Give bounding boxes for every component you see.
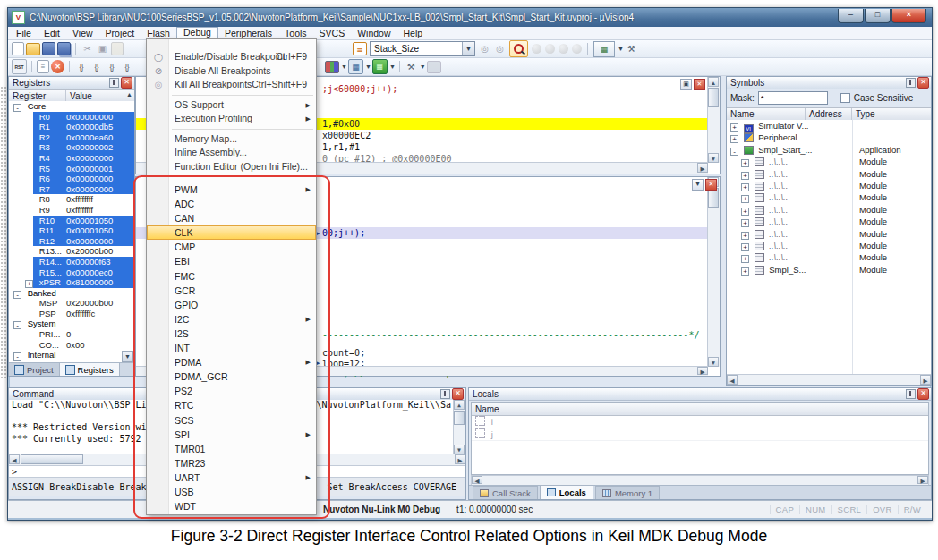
symbol-row[interactable]: + Peripheral ...	[727, 132, 931, 143]
register-row[interactable]: CO... 0x00	[9, 340, 134, 351]
scroll-down-icon[interactable]: ▼	[708, 357, 719, 367]
pin-icon[interactable]	[440, 389, 450, 399]
copy-icon[interactable]	[96, 42, 109, 55]
scrollbar-thumb[interactable]	[708, 88, 719, 107]
register-row[interactable]: - Banked	[9, 288, 134, 299]
tree-expander-icon[interactable]: +	[741, 255, 749, 263]
menubar-item[interactable]: File	[10, 28, 38, 39]
analysis-windows-icon[interactable]	[325, 61, 339, 73]
debug-menu-item[interactable]: Disable All Breakpoints	[147, 64, 316, 79]
titlebar[interactable]: V C:\Nuvoton\BSP Library\NUC100SeriesBSP…	[8, 8, 932, 27]
open-folder-icon[interactable]	[26, 43, 40, 55]
register-row[interactable]: - Internal	[9, 350, 134, 361]
tree-expander-icon[interactable]: +	[741, 232, 749, 240]
scroll-right-icon[interactable]: ▶	[917, 476, 928, 484]
save-icon[interactable]	[42, 42, 55, 55]
register-row[interactable]: R3 0x00000002	[9, 142, 134, 153]
menubar-item[interactable]: Help	[397, 28, 430, 39]
restore-button[interactable]: □	[865, 9, 891, 23]
menubar-item[interactable]: SVCS	[313, 28, 352, 39]
peripheral-menu-item[interactable]: EBI	[147, 254, 316, 268]
register-row[interactable]: R9 0xffffffff	[9, 205, 134, 216]
tree-expander-icon[interactable]: +	[741, 243, 749, 251]
symbol-row[interactable]: + ..\..\.. Module	[727, 180, 931, 191]
run-to-cursor-icon[interactable]	[120, 60, 133, 73]
zoom-red-magnifier-icon[interactable]	[509, 40, 528, 57]
minimize-button[interactable]: –	[838, 9, 864, 23]
register-row[interactable]: R10 0x00001050	[9, 216, 134, 226]
menubar-item[interactable]: Flash	[141, 28, 176, 39]
symbol-row[interactable]: + ..\..\.. Module	[727, 240, 931, 251]
peripheral-menu-item[interactable]: WDT	[147, 499, 316, 513]
register-row[interactable]: - Core	[9, 101, 134, 112]
tree-expander-icon[interactable]: +	[730, 135, 738, 143]
register-row[interactable]: R13... 0x20000b00	[9, 246, 134, 257]
scroll-right-icon[interactable]: ▶	[455, 454, 465, 464]
chevron-down-icon[interactable]: ▼	[618, 46, 624, 52]
reset-icon[interactable]	[12, 59, 27, 74]
peripheral-menu-item[interactable]: INT	[147, 341, 316, 355]
peripheral-menu-item[interactable]: I2C ▶	[147, 312, 316, 327]
peripheral-menu-item[interactable]: PWM ▶	[147, 182, 316, 197]
debug-menu-item[interactable]: Enable/Disable Breakpoint Ctrl+F9	[147, 50, 316, 64]
peripheral-menu-item[interactable]: GPIO	[147, 298, 316, 312]
memory-windows-icon[interactable]	[348, 59, 363, 74]
register-row[interactable]: R1 0x00000db5	[9, 122, 134, 132]
save-all-icon[interactable]	[57, 42, 71, 55]
symbol-row[interactable]: + Simulator V...	[727, 120, 931, 132]
tree-expander-icon[interactable]: -	[13, 352, 21, 361]
step-into-icon[interactable]	[74, 60, 88, 73]
menubar-item[interactable]: Edit	[38, 28, 66, 39]
register-row[interactable]: R6 0x00000000	[9, 174, 134, 184]
debug-menu-item[interactable]: OS Support ▶	[147, 98, 316, 113]
stack-size-combo[interactable]: Stack_Size ▼	[370, 41, 475, 56]
debug-menu-item[interactable]	[147, 126, 316, 132]
scroll-down-icon[interactable]: ▼	[708, 153, 719, 163]
debug-menu-item[interactable]	[147, 92, 316, 98]
register-row[interactable]: R15... 0x00000ec0	[9, 267, 134, 278]
chevron-down-icon[interactable]: ▼	[420, 64, 426, 70]
menubar-item[interactable]: Project	[99, 28, 141, 39]
symbol-row[interactable]: + ..\..\.. Module	[727, 168, 931, 180]
debug-menu-item[interactable]: Execution Profiling ▶	[147, 112, 316, 126]
debug-menu-item[interactable]: Inline Assembly...	[147, 146, 316, 160]
peripheral-menu-item[interactable]: SPI ▶	[147, 428, 316, 442]
symbol-row[interactable]: + ..\..\.. Module	[727, 251, 931, 263]
menubar-item[interactable]: View	[66, 28, 99, 39]
tree-expander-icon[interactable]	[475, 416, 485, 426]
cut-icon[interactable]	[81, 42, 94, 55]
nav-back-icon[interactable]	[532, 44, 541, 54]
scrollbar-thumb[interactable]	[454, 411, 465, 425]
peripheral-menu-item[interactable]: SCS	[147, 413, 316, 428]
register-row[interactable]: R11 0x00001050	[9, 225, 134, 236]
vertical-scrollbar[interactable]: ▲ ▼	[453, 400, 465, 454]
tree-expander-icon[interactable]: +	[741, 195, 749, 203]
chevron-down-icon[interactable]: ▼	[389, 64, 396, 70]
symbol-row[interactable]: + ..\..\.. Module	[727, 204, 931, 216]
vertical-scrollbar[interactable]: ▲ ▼	[707, 77, 720, 163]
debug-menu-item[interactable]: Memory Map...	[147, 132, 316, 147]
debug-menu-item[interactable]: Function Editor (Open Ini File)...	[147, 160, 316, 174]
column-name[interactable]: Name	[727, 108, 806, 120]
wrench-icon[interactable]	[625, 42, 638, 55]
peripheral-menu-item[interactable]: GCR	[147, 284, 316, 298]
bottom-tab[interactable]: Locals	[540, 485, 593, 499]
menubar-item[interactable]: Peripherals	[218, 28, 278, 39]
scrollbar-thumb[interactable]	[21, 454, 83, 464]
close-icon[interactable]: ✕	[694, 79, 705, 90]
peripheral-menu-item[interactable]: RTC	[147, 398, 316, 412]
scroll-right-icon[interactable]: ▶	[697, 367, 708, 375]
tree-expander-icon[interactable]: +	[741, 159, 749, 167]
vertical-scrollbar[interactable]: ▲ ▼	[707, 177, 720, 367]
bottom-tab[interactable]: Memory 1	[595, 486, 660, 499]
step-over-icon[interactable]	[90, 60, 103, 73]
step-out-icon[interactable]	[105, 60, 118, 73]
case-sensitive-checkbox[interactable]	[840, 93, 850, 103]
symbol-row[interactable]: + ..\..\.. Module	[727, 228, 931, 240]
find-next-icon[interactable]	[493, 42, 507, 55]
register-row[interactable]: R4 0x00000000	[9, 153, 134, 164]
column-name[interactable]: Name	[472, 403, 928, 415]
scroll-up-icon[interactable]: ▲	[454, 400, 465, 410]
scroll-right-icon[interactable]: ▶	[920, 375, 931, 385]
symbol-row[interactable]: + ..\..\.. Module	[727, 191, 931, 203]
